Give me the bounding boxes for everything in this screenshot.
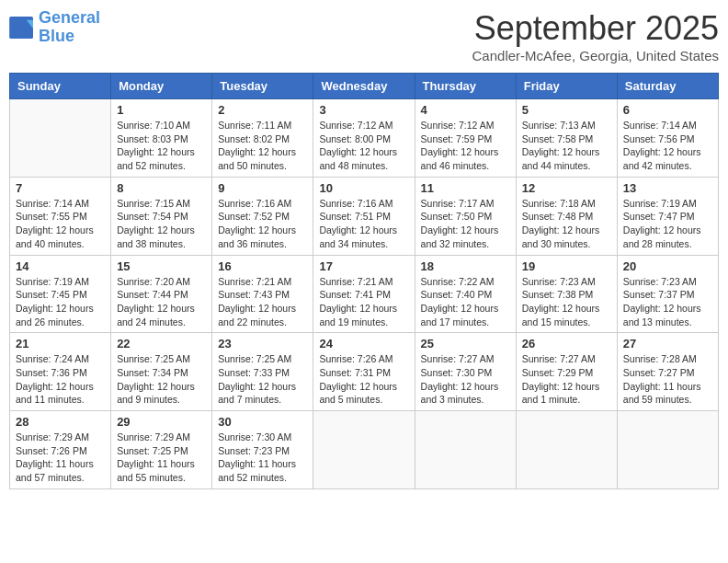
calendar-week-5: 28Sunrise: 7:29 AMSunset: 7:26 PMDayligh…	[10, 411, 719, 489]
weekday-header-friday: Friday	[516, 74, 617, 99]
calendar-cell: 30Sunrise: 7:30 AMSunset: 7:23 PMDayligh…	[212, 411, 313, 489]
day-info: Sunrise: 7:22 AMSunset: 7:40 PMDaylight:…	[421, 275, 510, 329]
calendar-cell: 22Sunrise: 7:25 AMSunset: 7:34 PMDayligh…	[111, 333, 212, 411]
logo-line1: General	[39, 8, 100, 27]
day-number: 27	[623, 337, 712, 350]
day-number: 16	[218, 259, 307, 273]
weekday-header-wednesday: Wednesday	[313, 74, 415, 99]
day-number: 12	[522, 181, 611, 195]
calendar-cell: 27Sunrise: 7:28 AMSunset: 7:27 PMDayligh…	[617, 333, 718, 411]
day-info: Sunrise: 7:24 AMSunset: 7:36 PMDaylight:…	[16, 352, 105, 407]
day-info: Sunrise: 7:20 AMSunset: 7:44 PMDaylight:…	[117, 275, 206, 329]
day-info: Sunrise: 7:27 AMSunset: 7:29 PMDaylight:…	[522, 352, 611, 407]
calendar-week-4: 21Sunrise: 7:24 AMSunset: 7:36 PMDayligh…	[10, 333, 719, 411]
calendar-cell	[313, 411, 415, 489]
day-info: Sunrise: 7:23 AMSunset: 7:38 PMDaylight:…	[522, 275, 611, 329]
day-number: 15	[117, 259, 206, 273]
svg-rect-2	[11, 18, 27, 37]
weekday-header-row: SundayMondayTuesdayWednesdayThursdayFrid…	[10, 74, 719, 99]
day-number: 28	[16, 415, 105, 429]
day-number: 8	[117, 181, 206, 195]
day-number: 3	[319, 103, 408, 117]
calendar-cell: 29Sunrise: 7:29 AMSunset: 7:25 PMDayligh…	[111, 411, 212, 489]
logo: General Blue	[9, 9, 100, 46]
day-info: Sunrise: 7:21 AMSunset: 7:41 PMDaylight:…	[319, 275, 408, 329]
day-info: Sunrise: 7:16 AMSunset: 7:51 PMDaylight:…	[319, 197, 408, 251]
day-info: Sunrise: 7:25 AMSunset: 7:34 PMDaylight:…	[117, 352, 206, 407]
day-info: Sunrise: 7:26 AMSunset: 7:31 PMDaylight:…	[319, 352, 408, 407]
day-info: Sunrise: 7:16 AMSunset: 7:52 PMDaylight:…	[218, 197, 307, 251]
calendar-cell: 14Sunrise: 7:19 AMSunset: 7:45 PMDayligh…	[10, 255, 111, 333]
day-info: Sunrise: 7:29 AMSunset: 7:26 PMDaylight:…	[16, 431, 105, 485]
day-number: 2	[218, 103, 307, 117]
calendar-cell	[516, 411, 617, 489]
day-info: Sunrise: 7:11 AMSunset: 8:02 PMDaylight:…	[218, 119, 307, 173]
calendar-cell: 16Sunrise: 7:21 AMSunset: 7:43 PMDayligh…	[212, 255, 313, 333]
day-number: 23	[218, 337, 307, 350]
day-info: Sunrise: 7:15 AMSunset: 7:54 PMDaylight:…	[117, 197, 206, 251]
day-info: Sunrise: 7:19 AMSunset: 7:45 PMDaylight:…	[16, 275, 105, 329]
day-number: 10	[319, 181, 408, 195]
day-number: 4	[421, 103, 510, 117]
logo-icon	[9, 17, 35, 39]
day-number: 19	[522, 259, 611, 273]
calendar-week-1: 1Sunrise: 7:10 AMSunset: 8:03 PMDaylight…	[10, 99, 719, 178]
calendar-cell: 26Sunrise: 7:27 AMSunset: 7:29 PMDayligh…	[516, 333, 617, 411]
day-number: 30	[218, 415, 307, 429]
day-info: Sunrise: 7:27 AMSunset: 7:30 PMDaylight:…	[421, 352, 510, 407]
month-title: September 2025	[472, 9, 719, 48]
calendar-cell: 1Sunrise: 7:10 AMSunset: 8:03 PMDaylight…	[111, 99, 212, 178]
day-number: 20	[623, 259, 712, 273]
weekday-header-thursday: Thursday	[415, 74, 516, 99]
day-number: 29	[117, 415, 206, 429]
day-info: Sunrise: 7:14 AMSunset: 7:55 PMDaylight:…	[16, 197, 105, 251]
weekday-header-monday: Monday	[111, 74, 212, 99]
day-number: 11	[421, 181, 510, 195]
day-info: Sunrise: 7:23 AMSunset: 7:37 PMDaylight:…	[623, 275, 712, 329]
day-info: Sunrise: 7:14 AMSunset: 7:56 PMDaylight:…	[623, 119, 712, 173]
day-number: 24	[319, 337, 408, 350]
calendar-cell: 21Sunrise: 7:24 AMSunset: 7:36 PMDayligh…	[10, 333, 111, 411]
calendar-cell: 25Sunrise: 7:27 AMSunset: 7:30 PMDayligh…	[415, 333, 516, 411]
day-info: Sunrise: 7:19 AMSunset: 7:47 PMDaylight:…	[623, 197, 712, 251]
calendar-cell: 13Sunrise: 7:19 AMSunset: 7:47 PMDayligh…	[617, 177, 718, 255]
calendar-cell: 4Sunrise: 7:12 AMSunset: 7:59 PMDaylight…	[415, 99, 516, 178]
calendar-cell	[617, 411, 718, 489]
calendar-cell: 7Sunrise: 7:14 AMSunset: 7:55 PMDaylight…	[10, 177, 111, 255]
calendar-cell: 3Sunrise: 7:12 AMSunset: 8:00 PMDaylight…	[313, 99, 415, 178]
day-info: Sunrise: 7:21 AMSunset: 7:43 PMDaylight:…	[218, 275, 307, 329]
calendar-cell: 12Sunrise: 7:18 AMSunset: 7:48 PMDayligh…	[516, 177, 617, 255]
day-number: 17	[319, 259, 408, 273]
day-info: Sunrise: 7:12 AMSunset: 8:00 PMDaylight:…	[319, 119, 408, 173]
logo-line2: Blue	[39, 27, 74, 45]
calendar-cell	[415, 411, 516, 489]
calendar-cell	[10, 99, 111, 178]
calendar: SundayMondayTuesdayWednesdayThursdayFrid…	[9, 73, 719, 489]
day-number: 1	[117, 103, 206, 117]
calendar-cell: 10Sunrise: 7:16 AMSunset: 7:51 PMDayligh…	[313, 177, 415, 255]
day-number: 9	[218, 181, 307, 195]
calendar-cell: 6Sunrise: 7:14 AMSunset: 7:56 PMDaylight…	[617, 99, 718, 178]
title-block: September 2025 Candler-McAfee, Georgia, …	[472, 9, 719, 63]
calendar-cell: 17Sunrise: 7:21 AMSunset: 7:41 PMDayligh…	[313, 255, 415, 333]
calendar-cell: 28Sunrise: 7:29 AMSunset: 7:26 PMDayligh…	[10, 411, 111, 489]
day-number: 7	[16, 181, 105, 195]
day-info: Sunrise: 7:30 AMSunset: 7:23 PMDaylight:…	[218, 431, 307, 485]
day-number: 22	[117, 337, 206, 350]
weekday-header-saturday: Saturday	[617, 74, 718, 99]
day-number: 26	[522, 337, 611, 350]
calendar-cell: 15Sunrise: 7:20 AMSunset: 7:44 PMDayligh…	[111, 255, 212, 333]
weekday-header-sunday: Sunday	[10, 74, 111, 99]
calendar-cell: 8Sunrise: 7:15 AMSunset: 7:54 PMDaylight…	[111, 177, 212, 255]
day-number: 5	[522, 103, 611, 117]
day-info: Sunrise: 7:12 AMSunset: 7:59 PMDaylight:…	[421, 119, 510, 173]
location: Candler-McAfee, Georgia, United States	[472, 48, 719, 63]
calendar-cell: 11Sunrise: 7:17 AMSunset: 7:50 PMDayligh…	[415, 177, 516, 255]
day-number: 6	[623, 103, 712, 117]
day-number: 18	[421, 259, 510, 273]
calendar-cell: 18Sunrise: 7:22 AMSunset: 7:40 PMDayligh…	[415, 255, 516, 333]
day-info: Sunrise: 7:25 AMSunset: 7:33 PMDaylight:…	[218, 352, 307, 407]
calendar-cell: 2Sunrise: 7:11 AMSunset: 8:02 PMDaylight…	[212, 99, 313, 178]
calendar-cell: 5Sunrise: 7:13 AMSunset: 7:58 PMDaylight…	[516, 99, 617, 178]
day-info: Sunrise: 7:29 AMSunset: 7:25 PMDaylight:…	[117, 431, 206, 485]
